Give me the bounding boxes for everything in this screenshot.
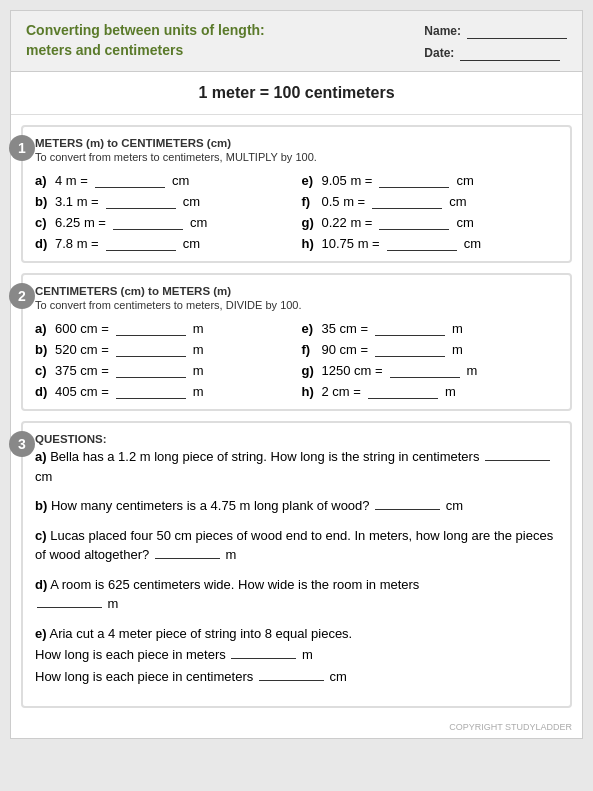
answer-h1[interactable]	[387, 237, 457, 251]
answer-e2[interactable]	[375, 322, 445, 336]
question-b: b) How many centimeters is a 4.75 m long…	[35, 496, 558, 516]
problem-f2: f) 90 cm = m	[302, 342, 559, 357]
answer-c2[interactable]	[116, 364, 186, 378]
problem-d1: d) 7.8 m = cm	[35, 236, 292, 251]
answer-b2[interactable]	[116, 343, 186, 357]
answer-c1[interactable]	[113, 216, 183, 230]
problem-a2: a) 600 cm = m	[35, 321, 292, 336]
section-2-number: 2	[9, 283, 35, 309]
section-1-problems: a) 4 m = cm e) 9.05 m = cm b) 3.1 m = cm…	[35, 173, 558, 251]
section-1-subtitle: To convert from meters to centimeters, M…	[35, 151, 558, 163]
copyright-text: COPYRIGHT STUDYLADDER	[449, 722, 572, 732]
header: Converting between units of length: mete…	[11, 11, 582, 72]
page: Converting between units of length: mete…	[10, 10, 583, 739]
answer-d1[interactable]	[106, 237, 176, 251]
problem-h1: h) 10.75 m = cm	[302, 236, 559, 251]
problem-g2: g) 1250 cm = m	[302, 363, 559, 378]
section-3-number: 3	[9, 431, 35, 457]
section-1-title: METERS (m) to CENTIMETERS (cm)	[35, 137, 558, 149]
answer-qd[interactable]	[37, 594, 102, 608]
answer-e1[interactable]	[379, 174, 449, 188]
copyright: COPYRIGHT STUDYLADDER	[11, 718, 582, 738]
question-d: d) A room is 625 centimeters wide. How w…	[35, 575, 558, 614]
section-2-problems: a) 600 cm = m e) 35 cm = m b) 520 cm = m…	[35, 321, 558, 399]
answer-f2[interactable]	[375, 343, 445, 357]
answer-qe2[interactable]	[259, 667, 324, 681]
key-fact: 1 meter = 100 centimeters	[11, 72, 582, 115]
date-field: Date:	[424, 45, 567, 61]
section-3-title: QUESTIONS:	[35, 433, 558, 445]
problem-c1: c) 6.25 m = cm	[35, 215, 292, 230]
answer-a1[interactable]	[95, 174, 165, 188]
title-line1: Converting between units of length:	[26, 22, 265, 38]
problem-a1: a) 4 m = cm	[35, 173, 292, 188]
date-input[interactable]	[460, 45, 560, 61]
question-c: c) Lucas placed four 50 cm pieces of woo…	[35, 526, 558, 565]
answer-g2[interactable]	[390, 364, 460, 378]
answer-d2[interactable]	[116, 385, 186, 399]
key-fact-text: 1 meter = 100 centimeters	[198, 84, 394, 101]
name-field: Name:	[424, 23, 567, 39]
name-label: Name:	[424, 24, 461, 38]
answer-qa[interactable]	[485, 447, 550, 461]
answer-a2[interactable]	[116, 322, 186, 336]
answer-qc[interactable]	[155, 545, 220, 559]
problem-e2: e) 35 cm = m	[302, 321, 559, 336]
title-line2: meters and centimeters	[26, 42, 183, 58]
name-input[interactable]	[467, 23, 567, 39]
problem-e1: e) 9.05 m = cm	[302, 173, 559, 188]
section-2-title: CENTIMETERS (cm) to METERS (m)	[35, 285, 558, 297]
answer-f1[interactable]	[372, 195, 442, 209]
answer-qe1[interactable]	[231, 645, 296, 659]
problem-d2: d) 405 cm = m	[35, 384, 292, 399]
answer-h2[interactable]	[368, 385, 438, 399]
answer-b1[interactable]	[106, 195, 176, 209]
header-title: Converting between units of length: mete…	[26, 21, 265, 60]
answer-g1[interactable]	[379, 216, 449, 230]
date-label: Date:	[424, 46, 454, 60]
problem-b1: b) 3.1 m = cm	[35, 194, 292, 209]
header-fields: Name: Date:	[424, 23, 567, 61]
section-3: 3 QUESTIONS: a) Bella has a 1.2 m long p…	[21, 421, 572, 708]
problem-g1: g) 0.22 m = cm	[302, 215, 559, 230]
section-1-number: 1	[9, 135, 35, 161]
question-a: a) Bella has a 1.2 m long piece of strin…	[35, 447, 558, 486]
section-1: 1 METERS (m) to CENTIMETERS (cm) To conv…	[21, 125, 572, 263]
section-2: 2 CENTIMETERS (cm) to METERS (m) To conv…	[21, 273, 572, 411]
problem-f1: f) 0.5 m = cm	[302, 194, 559, 209]
problem-b2: b) 520 cm = m	[35, 342, 292, 357]
section-2-subtitle: To convert from centimeters to meters, D…	[35, 299, 558, 311]
problem-h2: h) 2 cm = m	[302, 384, 559, 399]
question-e: e) Aria cut a 4 meter piece of string in…	[35, 624, 558, 687]
answer-qb[interactable]	[375, 496, 440, 510]
problem-c2: c) 375 cm = m	[35, 363, 292, 378]
